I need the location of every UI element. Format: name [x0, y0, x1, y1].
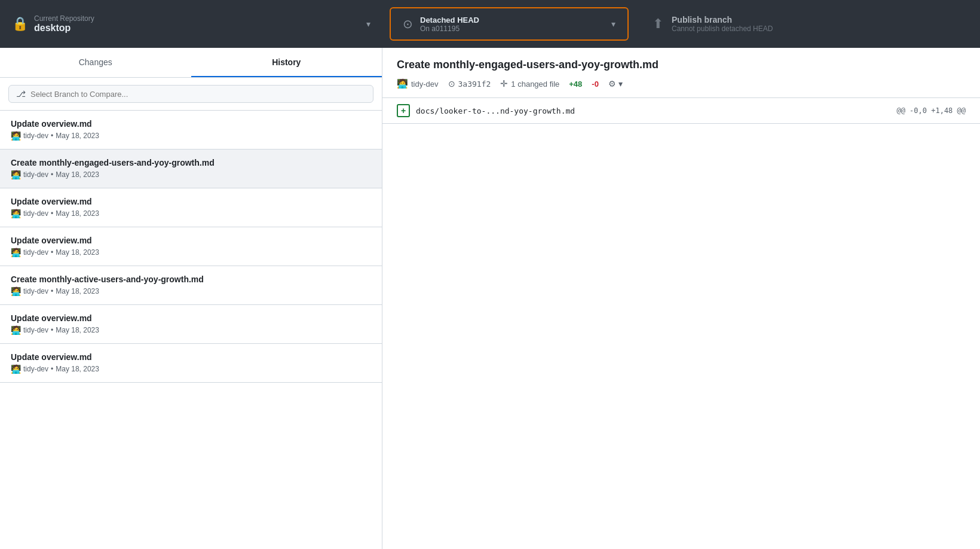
avatar: 🧑‍💻: [11, 209, 21, 218]
deletions-count: -0: [592, 80, 599, 89]
commit-separator: •: [51, 170, 53, 179]
commit-detail-title: Create monthly-engaged-users-and-yoy-gro…: [397, 59, 966, 71]
commit-meta: 🧑‍💻 tidy-dev • May 18, 2023: [11, 325, 371, 335]
commit-separator: •: [51, 326, 53, 334]
commit-separator: •: [51, 248, 53, 257]
commit-date: May 18, 2023: [56, 365, 99, 373]
publish-icon: ⬆: [653, 16, 663, 32]
diff-area: [382, 124, 980, 549]
commit-author: 🧑‍💻 tidy-dev: [397, 78, 439, 89]
avatar: 🧑‍💻: [11, 286, 21, 296]
commit-title: Update overview.md: [11, 313, 371, 323]
commit-date: May 18, 2023: [56, 326, 99, 334]
detached-head-icon: ⊙: [403, 17, 413, 31]
commit-date: May 18, 2023: [56, 248, 99, 257]
commit-hash: ⊙ 3a391f2: [448, 79, 491, 89]
commit-meta: 🧑‍💻 tidy-dev • May 18, 2023: [11, 248, 371, 257]
branch-label: Detached HEAD: [420, 16, 604, 25]
commit-meta: 🧑‍💻 tidy-dev • May 18, 2023: [11, 131, 371, 141]
commit-author-name: tidy-dev: [23, 248, 48, 257]
avatar: 🧑‍💻: [11, 325, 21, 335]
commit-date: May 18, 2023: [56, 132, 99, 140]
avatar: 🧑‍💻: [11, 170, 21, 179]
repo-selector[interactable]: 🔒 Current Repository desktop ▾: [0, 14, 382, 33]
search-input-wrap: ⎇: [8, 85, 373, 103]
branch-compare-input[interactable]: [30, 90, 366, 99]
commit-hash-icon: ⊙: [448, 79, 455, 89]
search-bar: ⎇: [0, 78, 382, 111]
publish-label: Publish branch: [672, 15, 773, 25]
commit-author-name: tidy-dev: [23, 132, 48, 140]
lock-icon: 🔒: [12, 16, 28, 32]
commit-item[interactable]: Update overview.md 🧑‍💻 tidy-dev • May 18…: [0, 188, 382, 227]
chevron-down-icon: ▾: [366, 19, 370, 29]
repo-name: desktop: [34, 23, 360, 33]
topbar: 🔒 Current Repository desktop ▾ ⊙ Detache…: [0, 0, 980, 48]
publish-text: Publish branch Cannot publish detached H…: [672, 15, 773, 33]
diff-settings-button[interactable]: ⚙ ▾: [608, 79, 623, 89]
commit-item[interactable]: Update overview.md 🧑‍💻 tidy-dev • May 18…: [0, 111, 382, 150]
commit-title: Update overview.md: [11, 352, 371, 362]
commit-separator: •: [51, 132, 53, 140]
left-panel: Changes History ⎇ Update overview.md 🧑‍💻…: [0, 48, 382, 549]
diff-position: @@ -0,0 +1,48 @@: [896, 106, 966, 115]
commit-separator: •: [51, 287, 53, 295]
commit-author-name: tidy-dev: [23, 326, 48, 334]
commit-author-name: tidy-dev: [23, 365, 48, 373]
content-area: Changes History ⎇ Update overview.md 🧑‍💻…: [0, 48, 980, 549]
commit-meta: 🧑‍💻 tidy-dev • May 18, 2023: [11, 364, 371, 374]
additions-count: +48: [569, 80, 582, 89]
commit-meta: 🧑‍💻 tidy-dev • May 18, 2023: [11, 286, 371, 296]
search-icon: ⎇: [16, 89, 26, 99]
branch-selector[interactable]: ⊙ Detached HEAD On a011195 ▾: [390, 7, 629, 41]
branch-text: Detached HEAD On a011195: [420, 16, 604, 33]
changed-files-count: 1 changed file: [511, 80, 559, 89]
file-name: docs/looker-to-...nd-yoy-growth.md: [416, 106, 896, 115]
repo-text: Current Repository desktop: [34, 14, 360, 33]
commit-separator: •: [51, 365, 53, 373]
publish-sub: Cannot publish detached HEAD: [672, 25, 773, 33]
commit-title: Create monthly-engaged-users-and-yoy-gro…: [11, 158, 371, 167]
commit-meta: 🧑‍💻 tidy-dev • May 18, 2023: [11, 209, 371, 218]
commit-title: Update overview.md: [11, 197, 371, 206]
commit-item[interactable]: Update overview.md 🧑‍💻 tidy-dev • May 18…: [0, 344, 382, 383]
commit-header-meta: 🧑‍💻 tidy-dev ⊙ 3a391f2 ✛ 1 changed file …: [397, 78, 966, 97]
gear-icon: ⚙: [608, 79, 616, 89]
commit-author-name: tidy-dev: [23, 170, 48, 179]
file-row[interactable]: + docs/looker-to-...nd-yoy-growth.md @@ …: [382, 98, 980, 124]
commit-date: May 18, 2023: [56, 287, 99, 295]
branch-chevron-icon: ▾: [611, 19, 615, 29]
commit-list: Update overview.md 🧑‍💻 tidy-dev • May 18…: [0, 111, 382, 549]
commit-date: May 18, 2023: [56, 170, 99, 179]
commit-meta: 🧑‍💻 tidy-dev • May 18, 2023: [11, 170, 371, 179]
file-added-icon: +: [397, 104, 410, 117]
commit-date: May 18, 2023: [56, 209, 99, 218]
commit-title: Update overview.md: [11, 236, 371, 245]
commit-changed-files: ✛ 1 changed file: [500, 78, 559, 89]
tabs: Changes History: [0, 48, 382, 78]
commit-title: Create monthly-active-users-and-yoy-grow…: [11, 274, 371, 284]
tab-history[interactable]: History: [191, 48, 382, 77]
tab-changes[interactable]: Changes: [0, 48, 191, 77]
avatar: 🧑‍💻: [11, 364, 21, 374]
avatar: 🧑‍💻: [11, 131, 21, 141]
publish-branch-button[interactable]: ⬆ Publish branch Cannot publish detached…: [636, 15, 980, 33]
branch-sub: On a011195: [420, 25, 604, 33]
avatar: 🧑‍💻: [11, 248, 21, 257]
commit-separator: •: [51, 209, 53, 218]
repo-label: Current Repository: [34, 14, 360, 23]
commit-author-name: tidy-dev: [23, 287, 48, 295]
commit-item[interactable]: Create monthly-active-users-and-yoy-grow…: [0, 266, 382, 305]
changed-files-icon: ✛: [500, 78, 508, 89]
commit-hash-value: 3a391f2: [458, 80, 491, 89]
commit-header: Create monthly-engaged-users-and-yoy-gro…: [382, 48, 980, 98]
commit-item[interactable]: Update overview.md 🧑‍💻 tidy-dev • May 18…: [0, 227, 382, 266]
author-name: tidy-dev: [411, 80, 439, 89]
commit-item[interactable]: Update overview.md 🧑‍💻 tidy-dev • May 18…: [0, 305, 382, 344]
commit-author-name: tidy-dev: [23, 209, 48, 218]
right-panel: Create monthly-engaged-users-and-yoy-gro…: [382, 48, 980, 549]
author-avatar: 🧑‍💻: [397, 78, 408, 89]
settings-chevron-icon: ▾: [618, 79, 623, 89]
commit-title: Update overview.md: [11, 119, 371, 129]
commit-item[interactable]: Create monthly-engaged-users-and-yoy-gro…: [0, 150, 382, 188]
